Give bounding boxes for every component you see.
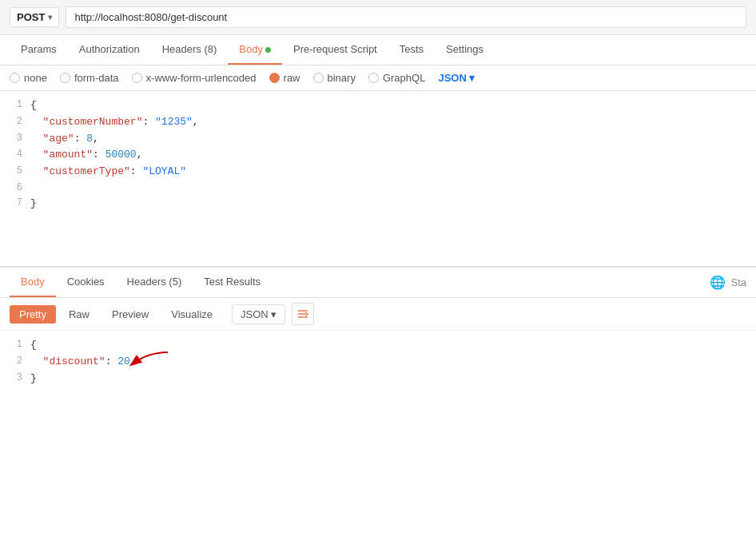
res-line-content: { xyxy=(30,337,750,354)
line-number: 4 xyxy=(6,147,30,162)
body-option-label-graphql: GraphQL xyxy=(383,72,425,84)
radio-binary xyxy=(313,73,324,83)
code-line: 3 "age": 8, xyxy=(0,131,756,148)
body-option-none[interactable]: none xyxy=(10,72,47,84)
line-content: "amount": 50000, xyxy=(30,147,750,164)
response-tabs: BodyCookiesHeaders (5)Test Results🌐Sta xyxy=(0,268,756,298)
radio-raw xyxy=(269,73,280,83)
res-json-chevron: ▾ xyxy=(271,308,277,320)
res-line-number: 3 xyxy=(6,371,30,386)
format-btn-visualize[interactable]: Visualize xyxy=(161,305,222,324)
res-line-number: 1 xyxy=(6,337,30,352)
format-btn-pretty[interactable]: Pretty xyxy=(10,305,56,324)
res-code-line: 2 "discount": 20 xyxy=(0,354,756,371)
line-number: 7 xyxy=(6,196,30,211)
res-tab-testresults[interactable]: Test Results xyxy=(193,268,272,297)
res-line-content: "discount": 20 xyxy=(30,354,750,371)
res-code-line: 3} xyxy=(0,371,756,387)
method-chevron: ▾ xyxy=(48,13,52,22)
sta-label: Sta xyxy=(730,276,746,288)
response-code: 1{2 "discount": 203} xyxy=(0,331,756,411)
body-option-label-x-www-form-urlencoded: x-www-form-urlencoded xyxy=(146,72,257,84)
code-line: 4 "amount": 50000, xyxy=(0,147,756,164)
body-option-graphql[interactable]: GraphQL xyxy=(368,72,425,84)
line-number: 2 xyxy=(6,114,30,129)
url-input[interactable] xyxy=(66,6,746,28)
json-select-label: JSON xyxy=(438,72,466,84)
req-tab-tests[interactable]: Tests xyxy=(388,35,435,65)
body-dot xyxy=(265,47,271,53)
json-format-select[interactable]: JSON▾ xyxy=(438,72,474,84)
body-option-label-raw: raw xyxy=(284,72,300,84)
line-content: "customerNumber": "1235", xyxy=(30,114,750,131)
req-tab-params[interactable]: Params xyxy=(10,35,68,65)
line-number: 3 xyxy=(6,131,30,146)
format-btn-raw[interactable]: Raw xyxy=(59,305,99,324)
method-label: POST xyxy=(17,11,45,23)
code-line: 2 "customerNumber": "1235", xyxy=(0,114,756,131)
line-number: 1 xyxy=(6,97,30,113)
method-select[interactable]: POST ▾ xyxy=(10,7,59,27)
line-content: "age": 8, xyxy=(30,131,750,148)
code-line: 7} xyxy=(0,196,756,212)
res-code-line: 1{ xyxy=(0,337,756,354)
format-btn-preview[interactable]: Preview xyxy=(102,305,158,324)
body-option-form-data[interactable]: form-data xyxy=(60,72,119,84)
response-section: BodyCookiesHeaders (5)Test Results🌐Sta P… xyxy=(0,267,756,411)
res-line-content: } xyxy=(30,371,750,387)
radio-x-www-form-urlencoded xyxy=(132,73,142,83)
body-option-x-www-form-urlencoded[interactable]: x-www-form-urlencoded xyxy=(132,72,257,84)
code-line: 6 xyxy=(0,181,756,196)
wrap-button[interactable] xyxy=(292,303,314,325)
body-option-label-none: none xyxy=(24,72,47,84)
req-tab-authorization[interactable]: Authorization xyxy=(68,35,151,65)
res-line-number: 2 xyxy=(6,354,30,369)
req-tab-body[interactable]: Body xyxy=(228,35,282,65)
code-line: 5 "customerType": "LOYAL" xyxy=(0,164,756,181)
req-tab-headers[interactable]: Headers (8) xyxy=(151,35,229,65)
req-tab-settings[interactable]: Settings xyxy=(435,35,495,65)
line-content: } xyxy=(30,196,750,212)
body-options: noneform-datax-www-form-urlencodedrawbin… xyxy=(0,66,756,91)
wrap-icon xyxy=(296,308,309,320)
json-select-chevron: ▾ xyxy=(469,72,475,84)
url-bar: POST ▾ xyxy=(0,0,756,35)
body-option-raw[interactable]: raw xyxy=(269,72,300,84)
body-option-binary[interactable]: binary xyxy=(313,72,356,84)
request-tabs: ParamsAuthorizationHeaders (8)BodyPre-re… xyxy=(0,35,756,66)
response-format-bar: PrettyRawPreviewVisualizeJSON▾ xyxy=(0,298,756,331)
response-json-select[interactable]: JSON▾ xyxy=(232,304,285,324)
response-tab-right: 🌐Sta xyxy=(710,275,746,290)
res-tab-headers[interactable]: Headers (5) xyxy=(116,268,193,297)
res-tab-body[interactable]: Body xyxy=(10,268,56,297)
code-line: 1{ xyxy=(0,97,756,114)
line-content: "customerType": "LOYAL" xyxy=(30,164,750,181)
radio-none xyxy=(10,73,20,83)
line-content: { xyxy=(30,97,750,114)
body-option-label-binary: binary xyxy=(328,72,356,84)
radio-graphql xyxy=(368,73,379,83)
radio-form-data xyxy=(60,73,70,83)
request-code-editor[interactable]: 1{2 "customerNumber": "1235",3 "age": 8,… xyxy=(0,91,756,267)
globe-icon: 🌐 xyxy=(710,275,726,290)
res-json-label: JSON xyxy=(241,308,269,320)
body-option-label-form-data: form-data xyxy=(74,72,119,84)
line-number: 6 xyxy=(6,181,30,196)
res-tab-cookies[interactable]: Cookies xyxy=(56,268,116,297)
req-tab-prerequest[interactable]: Pre-request Script xyxy=(282,35,388,65)
line-number: 5 xyxy=(6,164,30,179)
